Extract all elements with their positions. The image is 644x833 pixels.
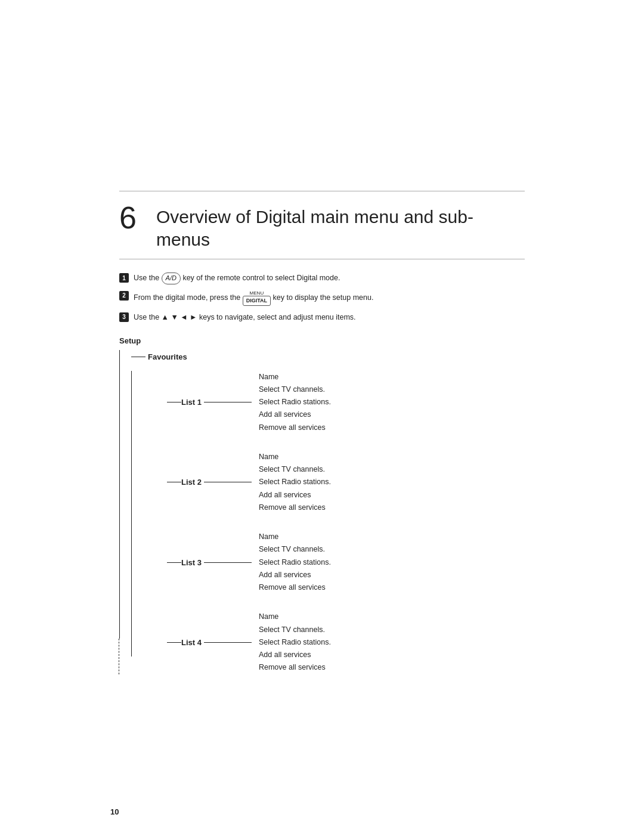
list2-item-4: Remove all services <box>259 501 331 514</box>
step-badge-1: 1 <box>119 273 129 283</box>
list4-item-2: Select Radio stations. <box>259 636 331 649</box>
instruction-text-3: Use the ▲ ▼ ◄ ► keys to navigate, select… <box>134 312 356 323</box>
list1-item-4: Remove all services <box>259 422 331 434</box>
list1-item-2: Select Radio stations. <box>259 396 331 408</box>
list-row-4: List 4 Name Select TV channels. Select R… <box>167 611 525 674</box>
list1-item-0: Name <box>259 371 331 383</box>
step-badge-2: 2 <box>119 291 129 301</box>
list4-item-3: Add all services <box>259 649 331 661</box>
list1-label: List 1 <box>181 398 202 407</box>
list2-h-line-left <box>167 482 181 482</box>
chapter-title: Overview of Digital main menu and sub-me… <box>156 206 525 250</box>
list2-label: List 2 <box>181 478 202 487</box>
instructions-section: 1 Use the A/D key of the remote control … <box>119 272 525 323</box>
list-row-1: List 1 Name Select TV channels. Select R… <box>167 371 525 434</box>
list4-items: Name Select TV channels. Select Radio st… <box>259 611 331 674</box>
instruction-1: 1 Use the A/D key of the remote control … <box>119 272 525 284</box>
top-rule <box>119 191 525 191</box>
list-row-3: List 3 Name Select TV channels. Select R… <box>167 531 525 594</box>
menu-key-wrapper: MENU DIGITAL <box>243 290 271 306</box>
main-vertical-line-dashed <box>119 639 120 674</box>
list-group-3: List 3 Name Select TV channels. Select R… <box>167 531 525 594</box>
instruction-2: 2 From the digital mode, press the MENU … <box>119 290 525 306</box>
favourites-h-line <box>131 357 145 357</box>
a-d-key: A/D <box>162 272 181 284</box>
list3-item-0: Name <box>259 531 331 543</box>
instruction-text-2: From the digital mode, press the MENU DI… <box>134 290 373 306</box>
page-number: 10 <box>110 807 119 816</box>
list3-h-line-left <box>167 562 181 563</box>
list1-items: Name Select TV channels. Select Radio st… <box>259 371 331 434</box>
list4-item-0: Name <box>259 611 331 623</box>
list4-item-4: Remove all services <box>259 661 331 674</box>
list4-h-line-left <box>167 642 181 643</box>
list1-item-1: Select TV channels. <box>259 383 331 396</box>
list2-item-1: Select TV channels. <box>259 463 331 476</box>
list3-item-1: Select TV channels. <box>259 543 331 556</box>
page-container: 6 Overview of Digital main menu and sub-… <box>119 0 525 727</box>
list3-item-4: Remove all services <box>259 581 331 594</box>
list-row-2: List 2 Name Select TV channels. Select R… <box>167 451 525 514</box>
list4-h-line-long <box>204 642 252 643</box>
lists-container: List 1 Name Select TV channels. Select R… <box>131 371 525 674</box>
list4-item-1: Select TV channels. <box>259 624 331 636</box>
list2-item-0: Name <box>259 451 331 463</box>
list3-item-2: Select Radio stations. <box>259 556 331 569</box>
chapter-number: 6 <box>119 202 145 233</box>
list-group-1: List 1 Name Select TV channels. Select R… <box>167 371 525 434</box>
setup-label: Setup <box>119 336 525 345</box>
digital-key: DIGITAL <box>243 296 271 306</box>
favourites-row: Favourites <box>131 352 525 361</box>
list2-items: Name Select TV channels. Select Radio st… <box>259 451 331 514</box>
instruction-text-1: Use the A/D key of the remote control to… <box>134 272 340 284</box>
list4-label: List 4 <box>181 638 202 647</box>
list3-label: List 3 <box>181 558 202 567</box>
list3-item-3: Add all services <box>259 569 331 581</box>
list1-item-3: Add all services <box>259 408 331 421</box>
list3-h-line-long <box>204 562 252 563</box>
list-group-2: List 2 Name Select TV channels. Select R… <box>167 451 525 514</box>
list2-item-2: Select Radio stations. <box>259 476 331 488</box>
list3-items: Name Select TV channels. Select Radio st… <box>259 531 331 594</box>
favourites-label: Favourites <box>148 352 187 361</box>
chapter-header: 6 Overview of Digital main menu and sub-… <box>119 202 525 250</box>
instruction-3: 3 Use the ▲ ▼ ◄ ► keys to navigate, sele… <box>119 312 525 323</box>
list-group-4: List 4 Name Select TV channels. Select R… <box>167 611 525 674</box>
list1-h-line-left <box>167 402 181 402</box>
step-badge-3: 3 <box>119 312 129 322</box>
menu-key-top-label: MENU <box>250 290 264 296</box>
main-vertical-line <box>119 350 120 639</box>
list2-h-line-long <box>204 482 252 482</box>
bottom-rule <box>119 259 525 259</box>
tree-section: Setup Favourites List 1 <box>119 336 525 674</box>
list1-h-line-long <box>204 402 252 402</box>
lists-vertical-line <box>131 371 132 657</box>
tree-wrapper: Favourites List 1 Name Select TV channel… <box>119 350 525 674</box>
list2-item-3: Add all services <box>259 489 331 501</box>
